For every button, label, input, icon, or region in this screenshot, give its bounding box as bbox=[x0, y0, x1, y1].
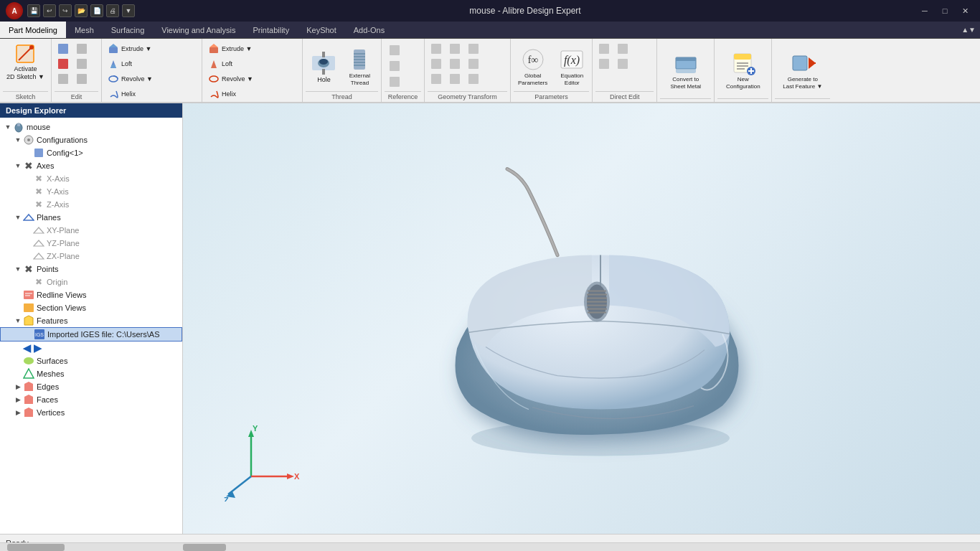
tree-item-faces[interactable]: ▶ Faces bbox=[0, 393, 182, 406]
vertices-icon bbox=[23, 407, 34, 418]
loft-boss-btn[interactable]: Loft bbox=[105, 57, 156, 71]
extrude-cut-btn[interactable]: Extrude ▼ bbox=[205, 42, 256, 56]
maximize-btn[interactable]: □ bbox=[936, 4, 954, 18]
geo-btn-3[interactable] bbox=[428, 72, 445, 86]
revolve-cut-btn[interactable]: Revolve ▼ bbox=[205, 72, 256, 86]
expand-meshes bbox=[13, 369, 23, 379]
design-explorer-tree[interactable]: ▼ mouse ▼ Configurations bbox=[0, 118, 182, 534]
edit-btn-1[interactable] bbox=[55, 42, 72, 56]
edit-btn-6[interactable] bbox=[73, 72, 90, 86]
tab-mesh[interactable]: Mesh bbox=[66, 22, 103, 38]
tree-item-features[interactable]: ▼ Features bbox=[0, 314, 182, 327]
tree-item-edges[interactable]: ▶ Edges bbox=[0, 380, 182, 393]
tree-item-surfaces[interactable]: Surfaces bbox=[0, 354, 182, 367]
close-btn[interactable]: ✕ bbox=[956, 4, 974, 18]
generate-last-feature-btn[interactable]: Generate toLast Feature ▼ bbox=[778, 49, 826, 91]
save-quick-btn[interactable]: 💾 bbox=[27, 4, 40, 17]
left-arrow-icon[interactable]: ◀ bbox=[23, 342, 31, 354]
new-quick-btn[interactable]: 📄 bbox=[90, 4, 103, 17]
print-quick-btn[interactable]: 🖨 bbox=[106, 4, 119, 17]
tree-item-origin[interactable]: ✖ Origin bbox=[0, 276, 182, 288]
design-explorer-scrollbar[interactable] bbox=[0, 542, 183, 551]
expand-mouse[interactable]: ▼ bbox=[3, 122, 13, 132]
de-btn-1[interactable] bbox=[595, 42, 613, 56]
tab-part-modeling[interactable]: Part Modeling bbox=[0, 22, 66, 38]
convert-sheet-metal-btn[interactable]: Convert toSheet Metal bbox=[666, 49, 705, 91]
expand-configurations[interactable]: ▼ bbox=[13, 135, 23, 145]
new-configuration-btn[interactable]: NewConfiguration bbox=[722, 49, 765, 91]
tree-item-configurations[interactable]: ▼ Configurations bbox=[0, 133, 182, 146]
undo-quick-btn[interactable]: ↩ bbox=[43, 4, 56, 17]
geo-btn-6[interactable] bbox=[446, 72, 463, 86]
expand-features[interactable]: ▼ bbox=[13, 316, 23, 326]
edit-btn-5[interactable] bbox=[73, 57, 90, 71]
geo-btn-1[interactable] bbox=[428, 42, 445, 56]
tree-item-section-views[interactable]: Section Views bbox=[0, 301, 182, 314]
tree-item-mouse[interactable]: ▼ mouse bbox=[0, 121, 182, 133]
tree-item-y-axis[interactable]: ✖ Y-Axis bbox=[0, 185, 182, 198]
loft-cut-btn[interactable]: Loft bbox=[205, 57, 256, 71]
de-btn-4[interactable] bbox=[614, 57, 631, 71]
tree-item-imported-iges[interactable]: IGS Imported IGES file: C:\Users\AS bbox=[0, 327, 182, 342]
expand-axes[interactable]: ▼ bbox=[13, 161, 23, 171]
expand-faces[interactable]: ▶ bbox=[13, 395, 23, 405]
viewport[interactable]: Y X Z bbox=[183, 103, 980, 534]
revolve-boss-btn[interactable]: Revolve ▼ bbox=[105, 72, 156, 86]
tab-add-ons[interactable]: Add-Ons bbox=[345, 22, 393, 38]
geo-btn-5[interactable] bbox=[446, 57, 463, 71]
svg-rect-39 bbox=[450, 74, 460, 84]
tree-item-yz-plane[interactable]: YZ-Plane bbox=[0, 237, 182, 250]
helix-cut-btn[interactable]: Helix bbox=[205, 87, 256, 101]
viewport-scrollbar[interactable] bbox=[183, 542, 980, 551]
tree-item-points[interactable]: ▼ ✖ Points bbox=[0, 263, 182, 276]
hole-btn[interactable]: Hole bbox=[306, 49, 341, 85]
expand-planes[interactable]: ▼ bbox=[13, 212, 23, 222]
tab-printability[interactable]: Printability bbox=[244, 22, 298, 38]
extrude-boss-btn[interactable]: Extrude ▼ bbox=[105, 42, 156, 56]
open-quick-btn[interactable]: 📂 bbox=[75, 4, 88, 17]
settings-quick-btn[interactable]: ▼ bbox=[122, 4, 135, 17]
expand-edges[interactable]: ▶ bbox=[13, 382, 23, 392]
tree-item-vertices[interactable]: ▶ Vertices bbox=[0, 406, 182, 419]
redo-quick-btn[interactable]: ↪ bbox=[59, 4, 72, 17]
minimize-btn[interactable]: ─ bbox=[915, 4, 934, 18]
xy-plane-icon bbox=[33, 225, 44, 236]
tree-item-xy-plane[interactable]: XY-Plane bbox=[0, 224, 182, 237]
de-btn-3[interactable] bbox=[614, 42, 631, 56]
tree-item-meshes[interactable]: Meshes bbox=[0, 367, 182, 380]
global-params-icon: f∞ bbox=[520, 47, 546, 72]
global-parameters-btn[interactable]: f∞ GlobalParameters bbox=[514, 45, 552, 88]
ref-btn-2[interactable] bbox=[386, 59, 403, 73]
edit-btn-4[interactable] bbox=[73, 42, 90, 56]
external-thread-btn[interactable]: ExternalThread bbox=[342, 45, 377, 88]
tree-item-x-axis[interactable]: ✖ X-Axis bbox=[0, 172, 182, 185]
geo-btn-9[interactable] bbox=[465, 72, 482, 86]
ref-btn-3[interactable] bbox=[386, 75, 403, 89]
de-btn-2[interactable] bbox=[595, 57, 613, 71]
tab-surfacing[interactable]: Surfacing bbox=[103, 22, 153, 38]
expand-z-axis bbox=[23, 199, 33, 209]
activate-2d-sketch-btn[interactable]: Activate2D Sketch ▼ bbox=[3, 42, 48, 83]
equation-editor-btn[interactable]: f(x) EquationEditor bbox=[555, 45, 589, 88]
viewport-scrollbar-thumb[interactable] bbox=[183, 544, 226, 551]
geo-btn-2[interactable] bbox=[428, 57, 445, 71]
edit-btn-3[interactable] bbox=[55, 72, 72, 86]
tree-item-planes[interactable]: ▼ Planes bbox=[0, 211, 182, 224]
design-explorer-scrollbar-thumb[interactable] bbox=[7, 544, 65, 551]
geo-btn-8[interactable] bbox=[465, 57, 482, 71]
tree-item-z-axis[interactable]: ✖ Z-Axis bbox=[0, 198, 182, 211]
ref-btn-1[interactable] bbox=[386, 43, 403, 57]
geo-btn-4[interactable] bbox=[446, 42, 463, 56]
tab-keyshot[interactable]: KeyShot bbox=[298, 22, 345, 38]
tree-item-redline-views[interactable]: Redline Views bbox=[0, 288, 182, 301]
tree-item-config1[interactable]: Config<1> bbox=[0, 146, 182, 159]
geo-btn-7[interactable] bbox=[465, 42, 482, 56]
expand-points[interactable]: ▼ bbox=[13, 264, 23, 274]
tab-viewing-analysis[interactable]: Viewing and Analysis bbox=[153, 22, 244, 38]
expand-vertices[interactable]: ▶ bbox=[13, 408, 23, 418]
tree-item-zx-plane[interactable]: ZX-Plane bbox=[0, 250, 182, 263]
tree-item-axes[interactable]: ▼ ✖ Axes bbox=[0, 159, 182, 172]
helix-boss-btn[interactable]: Helix bbox=[105, 87, 156, 101]
right-arrow-icon[interactable]: ▶ bbox=[34, 342, 42, 354]
edit-btn-2[interactable] bbox=[55, 57, 72, 71]
